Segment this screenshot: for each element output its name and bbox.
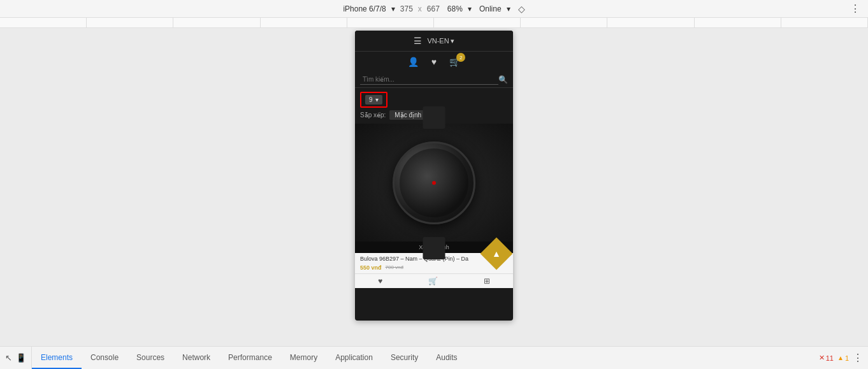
devtools-right: ✕ 11 ▲ 1 ⋮ bbox=[814, 347, 868, 369]
lang-label: VN-EN bbox=[427, 37, 449, 45]
dropdown-arrow-network[interactable]: ▾ bbox=[507, 4, 510, 13]
device-select[interactable]: iPhone 6/7/8 bbox=[343, 4, 386, 13]
watch-strap-bottom bbox=[423, 237, 445, 259]
ruler-segment bbox=[261, 18, 347, 27]
price-current: 550 vnđ bbox=[360, 264, 382, 271]
dimension-height: 667 bbox=[427, 4, 440, 13]
cart-action-icon[interactable]: 🛒 bbox=[428, 277, 438, 286]
price-old: 700 vnđ bbox=[386, 264, 403, 270]
main-area: ☰ VN-EN ▾ 👤 ♥ 🛒 2 🔍 9 ▾ bbox=[0, 28, 868, 346]
count-value: 9 bbox=[369, 96, 373, 103]
phone-icons-row: 👤 ♥ 🛒 2 bbox=[355, 52, 513, 72]
tab-application[interactable]: Application bbox=[326, 347, 382, 369]
network-select[interactable]: Online bbox=[479, 4, 502, 13]
scroll-up-arrow: ▲ bbox=[492, 249, 501, 259]
count-dropdown[interactable]: 9 ▾ bbox=[365, 95, 382, 105]
ruler-segment bbox=[695, 18, 781, 27]
devtools-tabs: Elements Console Sources Network Perform… bbox=[32, 347, 814, 369]
ruler-segment bbox=[87, 18, 173, 27]
sort-label: Sắp xếp: bbox=[360, 112, 386, 119]
watch-inner bbox=[400, 148, 468, 217]
warning-badge: ▲ 1 bbox=[837, 354, 849, 362]
watch-center-dot bbox=[432, 181, 436, 185]
zoom-select[interactable]: 68% bbox=[447, 4, 463, 13]
hamburger-icon[interactable]: ☰ bbox=[414, 36, 422, 46]
device-toolbar: iPhone 6/7/8 ▾ 375 x 667 68% ▾ Online ▾ … bbox=[0, 0, 868, 18]
watch-strap-top bbox=[423, 106, 445, 129]
user-icon[interactable]: 👤 bbox=[408, 57, 419, 67]
tab-console[interactable]: Console bbox=[82, 347, 127, 369]
ruler-segment bbox=[173, 18, 260, 27]
error-count: 11 bbox=[826, 354, 834, 362]
wishlist-icon[interactable]: ♥ bbox=[431, 57, 437, 67]
tab-network[interactable]: Network bbox=[173, 347, 219, 369]
tab-performance[interactable]: Performance bbox=[219, 347, 281, 369]
error-badge: ✕ 11 bbox=[819, 354, 834, 362]
dropdown-arrow-device[interactable]: ▾ bbox=[391, 4, 395, 13]
phone-preview: ☰ VN-EN ▾ 👤 ♥ 🛒 2 🔍 9 ▾ bbox=[355, 31, 513, 321]
ruler-segment bbox=[781, 18, 868, 27]
devtools-left-icons: ↖ 📱 bbox=[0, 347, 32, 369]
tab-elements[interactable]: Elements bbox=[32, 347, 82, 369]
dropdown-arrow-zoom[interactable]: ▾ bbox=[468, 4, 472, 13]
search-input[interactable] bbox=[360, 75, 498, 85]
ruler-segment bbox=[521, 18, 607, 27]
tab-memory[interactable]: Memory bbox=[281, 347, 326, 369]
wishlist-action-icon[interactable]: ♥ bbox=[378, 277, 382, 286]
red-highlight-box: 9 ▾ bbox=[360, 92, 387, 108]
count-arrow: ▾ bbox=[375, 96, 379, 103]
product-area: -7% Xem Nhanh Bulova 96B297 – Nam – Qu bbox=[355, 124, 513, 288]
watch-face bbox=[393, 141, 475, 224]
ruler-segment bbox=[347, 18, 434, 27]
product-actions: ♥ 🛒 ⊞ bbox=[355, 273, 513, 288]
compare-action-icon[interactable]: ⊞ bbox=[484, 277, 490, 286]
cart-badge: 2 bbox=[456, 53, 465, 62]
tab-security[interactable]: Security bbox=[382, 347, 427, 369]
ruler-segment bbox=[0, 18, 87, 27]
search-row: 🔍 bbox=[355, 72, 513, 88]
dimension-x: x bbox=[418, 4, 422, 13]
warning-count: 1 bbox=[845, 354, 849, 362]
dimension-width: 375 bbox=[400, 4, 413, 13]
tab-sources[interactable]: Sources bbox=[127, 347, 173, 369]
warning-icon: ▲ bbox=[837, 354, 844, 361]
cart-icon[interactable]: 🛒 2 bbox=[449, 57, 460, 67]
cursor-icon[interactable]: ↖ bbox=[5, 353, 12, 363]
phone-header: ☰ VN-EN ▾ bbox=[355, 31, 513, 52]
tab-audits[interactable]: Audits bbox=[427, 347, 466, 369]
mobile-icon[interactable]: 📱 bbox=[16, 353, 26, 363]
toolbar-menu-button[interactable]: ⋮ bbox=[850, 3, 860, 15]
devtools-bar: ↖ 📱 Elements Console Sources Network Per… bbox=[0, 346, 868, 369]
watch-image bbox=[355, 124, 513, 242]
ruler-segment bbox=[434, 18, 521, 27]
ruler-segment bbox=[607, 18, 694, 27]
language-selector[interactable]: VN-EN ▾ bbox=[427, 37, 454, 45]
product-price-row: 550 vnđ 700 vnđ bbox=[360, 264, 508, 271]
ruler-bar bbox=[0, 18, 868, 28]
error-icon: ✕ bbox=[819, 354, 825, 362]
lang-arrow: ▾ bbox=[451, 37, 454, 45]
devtools-menu-button[interactable]: ⋮ bbox=[853, 352, 863, 364]
sort-value: Mặc định bbox=[394, 112, 421, 119]
search-icon[interactable]: 🔍 bbox=[498, 75, 508, 84]
shape-icon: ◇ bbox=[518, 4, 525, 14]
